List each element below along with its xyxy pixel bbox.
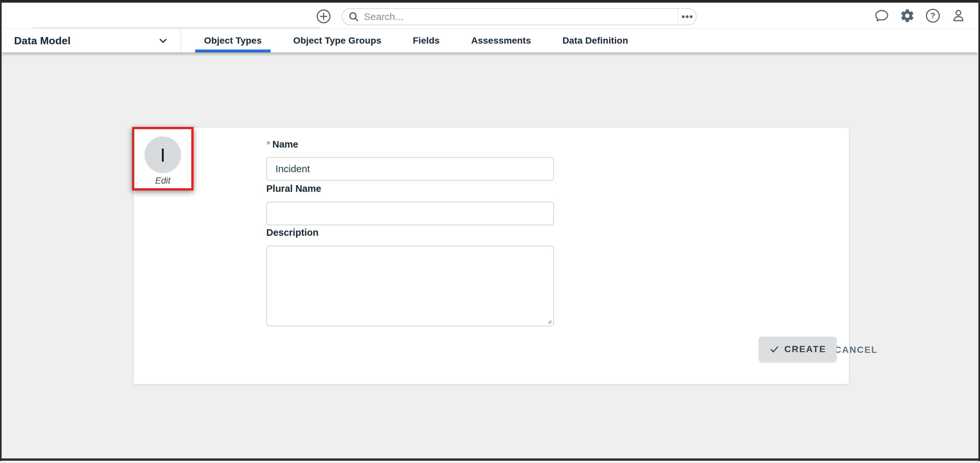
description-textarea[interactable] bbox=[266, 246, 554, 326]
module-dropdown[interactable]: Data Model bbox=[2, 29, 181, 53]
add-button[interactable] bbox=[316, 9, 331, 24]
ellipsis-icon bbox=[681, 14, 694, 19]
settings-button[interactable] bbox=[900, 8, 915, 23]
window-border-right bbox=[978, 0, 980, 461]
topbar-icon-group: ? bbox=[874, 3, 966, 29]
window-border-top bbox=[0, 0, 980, 3]
create-object-type-card: I Edit *Name Plural Name Description bbox=[133, 127, 849, 384]
window-border-left bbox=[0, 0, 2, 461]
person-icon bbox=[951, 8, 966, 23]
tab-strip: Object Types Object Type Groups Fields A… bbox=[181, 29, 644, 53]
check-icon bbox=[769, 344, 780, 354]
nav-bar: Data Model Object Types Object Type Grou… bbox=[2, 29, 978, 53]
app-window: ? Data Model Object Types Object Type G bbox=[0, 0, 980, 463]
add-circle-icon bbox=[316, 9, 331, 24]
tab-data-definition[interactable]: Data Definition bbox=[562, 29, 628, 53]
question-circle-icon: ? bbox=[925, 8, 940, 23]
tab-object-type-groups[interactable]: Object Type Groups bbox=[293, 29, 381, 53]
name-field-label: *Name bbox=[266, 138, 298, 150]
search-bar bbox=[342, 8, 697, 25]
name-input[interactable] bbox=[266, 157, 554, 181]
svg-text:?: ? bbox=[931, 11, 935, 20]
chat-bubble-icon bbox=[874, 8, 889, 23]
plural-name-input[interactable] bbox=[266, 202, 554, 225]
topbar-streak bbox=[33, 27, 321, 29]
tab-fields[interactable]: Fields bbox=[413, 29, 439, 53]
object-type-monogram[interactable]: I bbox=[145, 136, 181, 173]
required-asterisk: * bbox=[266, 139, 270, 150]
help-button[interactable]: ? bbox=[925, 8, 940, 23]
tab-object-types[interactable]: Object Types bbox=[204, 29, 262, 53]
gear-icon bbox=[900, 8, 915, 23]
create-button-label: CREATE bbox=[784, 344, 826, 354]
monogram-initial: I bbox=[160, 144, 165, 166]
name-label-text: Name bbox=[272, 139, 298, 150]
chat-button[interactable] bbox=[874, 8, 889, 23]
description-field-label: Description bbox=[266, 227, 319, 238]
user-button[interactable] bbox=[951, 8, 966, 23]
create-button[interactable]: CREATE bbox=[759, 337, 837, 362]
search-more-button[interactable] bbox=[678, 9, 696, 25]
plural-name-field-label: Plural Name bbox=[266, 183, 321, 194]
search-input[interactable] bbox=[359, 9, 678, 24]
top-bar: ? bbox=[2, 3, 978, 29]
content-area: Admin: Create Object Type I Edit *Name P… bbox=[2, 53, 978, 458]
monogram-edit-link[interactable]: Edit bbox=[155, 176, 171, 186]
chevron-down-icon bbox=[158, 36, 168, 46]
tab-assessments[interactable]: Assessments bbox=[471, 29, 531, 53]
window-border-bottom bbox=[0, 458, 980, 461]
annotation-highlight-box: I Edit bbox=[132, 127, 194, 190]
search-icon bbox=[348, 11, 359, 22]
cancel-button[interactable]: CANCEL bbox=[835, 341, 877, 358]
module-dropdown-label: Data Model bbox=[14, 35, 71, 47]
